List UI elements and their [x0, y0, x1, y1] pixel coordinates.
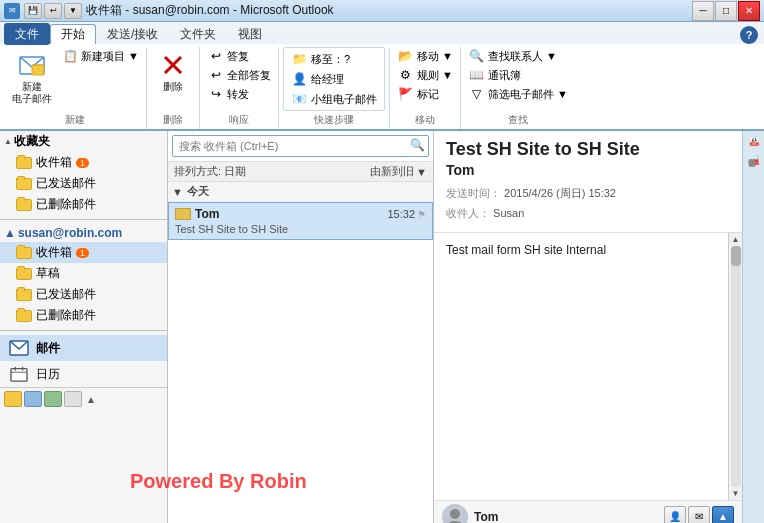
sidebar-item-inbox[interactable]: 收件箱 1: [0, 242, 167, 263]
address-book-label: 通讯簿: [488, 68, 521, 83]
move-button[interactable]: 📂 移动 ▼: [394, 47, 456, 65]
account-label: susan@robin.com: [18, 226, 122, 240]
close-button[interactable]: ✕: [738, 1, 760, 21]
maximize-button[interactable]: □: [715, 1, 737, 21]
sent-folder-icon: [16, 289, 32, 301]
sort-button[interactable]: 排列方式: 日期: [174, 164, 246, 179]
collapse-arrow: ▲: [4, 226, 16, 240]
find-contact-button[interactable]: 🔍 查找联系人 ▼: [465, 47, 571, 65]
sidebar-item-deleted-fav[interactable]: 已删除邮件: [0, 194, 167, 215]
nav-expand-button[interactable]: ▲: [84, 391, 98, 407]
reading-scrollbar[interactable]: ▲ ▼: [728, 233, 742, 500]
nav-calendar-label: 日历: [36, 366, 60, 383]
teammail-icon: 📧: [291, 91, 309, 107]
tab-view[interactable]: 视图: [227, 24, 273, 44]
icon-folders[interactable]: [64, 391, 82, 407]
email-sender-area: Tom: [175, 207, 219, 221]
app-icon: ✉: [4, 3, 20, 19]
teammail-button[interactable]: 📧 小组电子邮件: [288, 90, 380, 108]
inbox-folder-icon-fav: [16, 157, 32, 169]
icon-tasks[interactable]: [24, 391, 42, 407]
reading-pane: Test SH Site to SH Site Tom 发送时间： 2015/4…: [434, 131, 742, 523]
email-flag-icon[interactable]: ⚑: [417, 209, 426, 220]
address-book-button[interactable]: 📖 通讯簿: [465, 66, 571, 84]
tab-folder[interactable]: 文件夹: [169, 24, 227, 44]
right-panel-flag[interactable]: 🚩: [747, 152, 761, 169]
title-bar: ✉ 💾 ↩ ▼ 收件箱 - susan@robin.com - Microsof…: [0, 0, 764, 22]
nav-mail-label: 邮件: [36, 340, 60, 357]
scroll-up[interactable]: ▲: [732, 235, 740, 244]
delete-group-label: 删除: [151, 113, 195, 129]
nav-mail[interactable]: 邮件: [0, 335, 167, 361]
new-item-button[interactable]: 📋 新建项目 ▼: [58, 47, 142, 65]
search-icon: 🔍: [410, 138, 425, 152]
footer-sender-name: Tom: [474, 510, 498, 524]
address-book-icon: 📖: [468, 67, 486, 83]
right-panel: 📅 🚩 安排待办事项: [742, 131, 764, 523]
sort-order-button[interactable]: 由新到旧 ▼: [370, 164, 427, 179]
sidebar-label-inbox: 收件箱: [36, 244, 72, 261]
delete-button[interactable]: 删除: [151, 47, 195, 95]
tab-file[interactable]: 文件: [4, 23, 50, 45]
collapse-arrow-today: ▼: [172, 186, 183, 198]
mark-button[interactable]: 🚩 标记: [394, 85, 456, 103]
find-contact-label: 查找联系人 ▼: [488, 49, 557, 64]
email-list: 🔍 排列方式: 日期 由新到旧 ▼ ▼ 今天 Tom: [168, 131, 434, 523]
sidebar-item-drafts[interactable]: 草稿: [0, 263, 167, 284]
new-email-button[interactable]: 新建电子邮件: [8, 47, 56, 107]
dropdown-btn[interactable]: ▼: [64, 3, 82, 19]
reply-icon: ↩: [207, 48, 225, 64]
sidebar-label-inbox-fav: 收件箱: [36, 154, 72, 171]
delete-label: 删除: [163, 81, 183, 93]
svg-rect-6: [11, 369, 27, 381]
save-btn[interactable]: 💾: [24, 3, 42, 19]
icon-contacts[interactable]: [4, 391, 22, 407]
search-wrap: 🔍: [172, 135, 429, 157]
help-button[interactable]: ?: [740, 26, 758, 44]
tomanager-label: 给经理: [311, 72, 344, 87]
forward-label: 转发: [227, 87, 249, 102]
search-input[interactable]: [172, 135, 429, 157]
find-group-label: 查找: [465, 113, 571, 129]
scroll-down[interactable]: ▼: [732, 489, 740, 498]
undo-btn[interactable]: ↩: [44, 3, 62, 19]
account-header[interactable]: ▲ susan@robin.com: [0, 224, 167, 242]
tab-send[interactable]: 发送/接收: [96, 24, 169, 44]
moveto-label: 移至：?: [311, 52, 350, 67]
email-date-group-today: ▼ 今天: [168, 182, 433, 202]
tab-home[interactable]: 开始: [50, 24, 96, 44]
sidebar-item-inbox-fav[interactable]: 收件箱 1: [0, 152, 167, 173]
rules-button[interactable]: ⚙ 规则 ▼: [394, 66, 456, 84]
reading-title: Test SH Site to SH Site: [446, 139, 730, 160]
inbox-badge: 1: [76, 248, 89, 258]
to-label: 收件人：: [446, 207, 490, 219]
reply-all-button[interactable]: ↩ 全部答复: [204, 66, 274, 84]
right-panel-calendar[interactable]: 📅: [747, 133, 761, 150]
ribbon-tabs: 文件 开始 发送/接收 文件夹 视图: [0, 22, 273, 44]
footer-btn-up[interactable]: ▲: [712, 506, 734, 524]
favorites-label: 收藏夹: [14, 133, 50, 150]
reply-button[interactable]: ↩ 答复: [204, 47, 274, 65]
moveto-button[interactable]: 📁 移至：?: [288, 50, 380, 68]
sent-label: 发送时间：: [446, 187, 501, 199]
icon-notes[interactable]: [44, 391, 62, 407]
favorites-header[interactable]: ▲ 收藏夹: [0, 131, 167, 152]
footer-btn-2[interactable]: ✉: [688, 506, 710, 524]
reading-header: Test SH Site to SH Site Tom 发送时间： 2015/4…: [434, 131, 742, 233]
reading-sender-name: Tom: [446, 162, 730, 178]
sidebar-item-sent[interactable]: 已发送邮件: [0, 284, 167, 305]
minimize-button[interactable]: ─: [692, 1, 714, 21]
footer-btn-1[interactable]: 👤: [664, 506, 686, 524]
nav-calendar[interactable]: 日历: [0, 361, 167, 387]
forward-button[interactable]: ↪ 转发: [204, 85, 274, 103]
filter-email-button[interactable]: ▽ 筛选电子邮件 ▼: [465, 85, 571, 103]
sidebar-item-sent-fav[interactable]: 已发送邮件: [0, 173, 167, 194]
sidebar-item-deleted[interactable]: 已删除邮件: [0, 305, 167, 326]
tomanager-icon: 👤: [291, 71, 309, 87]
reply-all-icon: ↩: [207, 67, 225, 83]
teammail-label: 小组电子邮件: [311, 92, 377, 107]
email-list-scroll: ▼ 今天 Tom 15:32 ⚑ Test SH Site to SH Site: [168, 182, 433, 523]
tomanager-button[interactable]: 👤 给经理: [288, 70, 380, 88]
window-controls: ─ □ ✕: [692, 1, 760, 21]
email-item-0[interactable]: Tom 15:32 ⚑ Test SH Site to SH Site: [168, 202, 433, 240]
